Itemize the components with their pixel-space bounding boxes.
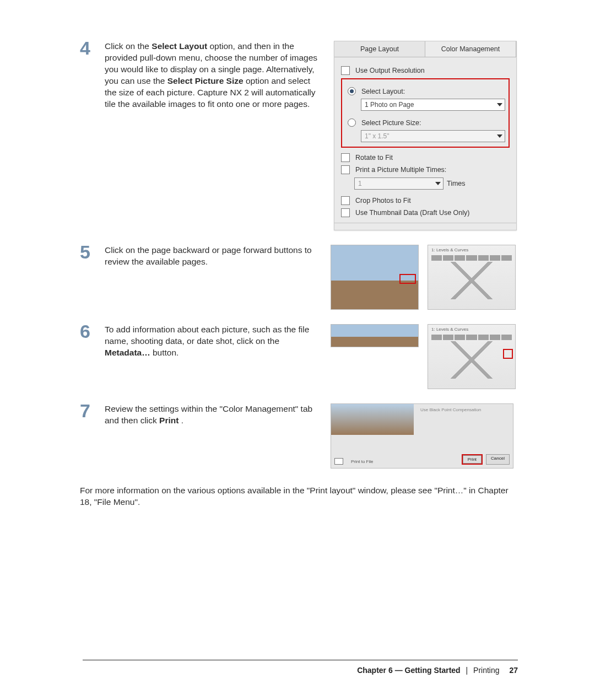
bold: Select Layout — [152, 41, 207, 51]
tab-page-layout[interactable]: Page Layout — [334, 41, 425, 57]
footer-section: Printing — [473, 666, 499, 675]
checkbox-print-multiple[interactable] — [341, 165, 350, 174]
step5-figure: 1: Levels & Curves — [331, 245, 518, 310]
photo-icon — [331, 404, 414, 435]
chevron-down-icon — [497, 103, 502, 106]
row-print-multiple: Print a Picture Multiple Times: — [341, 165, 510, 174]
cancel-button[interactable]: Cancel — [486, 454, 510, 465]
manual-page: 4 Click on the Select Layout option, and… — [0, 0, 595, 700]
step-number: 4 — [80, 39, 105, 57]
label: Print a Picture Multiple Times: — [355, 166, 446, 174]
step-7: 7 Review the settings within the "Color … — [80, 403, 518, 469]
checkbox-use-output-resolution[interactable] — [341, 66, 350, 75]
panel-body: Use Output Resolution Select Layout: 1 P… — [334, 57, 516, 230]
screenshot-thumbnail-preview — [331, 324, 419, 347]
row-use-thumbnail: Use Thumbnail Data (Draft Use Only) — [341, 208, 510, 217]
label: Crop Photos to Fit — [355, 197, 411, 204]
page-layout-panel: Page Layout Color Management Use Output … — [334, 41, 517, 230]
text: To add information about each picture, s… — [105, 325, 309, 346]
curve-icon — [431, 262, 512, 299]
panel-caption: 1: Levels & Curves — [431, 247, 468, 252]
tab-color-management[interactable]: Color Management — [425, 41, 516, 57]
step4-figure: Page Layout Color Management Use Output … — [331, 41, 518, 230]
page-footer: Chapter 6 — Getting Started | Printing 2… — [357, 666, 518, 675]
label: Times — [447, 180, 466, 187]
label: Print to File — [351, 459, 373, 464]
label: Select Picture Size: — [361, 119, 421, 127]
highlight-white-point — [503, 349, 513, 359]
checkbox-rotate-to-fit[interactable] — [341, 153, 350, 162]
panel-caption: 1: Levels & Curves — [431, 327, 468, 332]
footer-chapter: Chapter 6 — Getting Started — [357, 666, 460, 675]
step-text: Click on the page backward or page forwa… — [105, 245, 320, 268]
row-use-output-resolution: Use Output Resolution — [341, 66, 510, 75]
step-number: 6 — [80, 322, 105, 341]
closing-paragraph: For more information on the various opti… — [80, 485, 515, 508]
label: Rotate to Fit — [355, 154, 393, 161]
radio-select-layout[interactable] — [348, 87, 356, 95]
screenshot-levels-curves: 1: Levels & Curves — [428, 245, 516, 310]
screenshot-levels-curves: 1: Levels & Curves — [428, 324, 516, 389]
step-5: 5 Click on the page backward or page for… — [80, 245, 518, 310]
dropdown-times[interactable]: 1 — [354, 177, 443, 190]
step-4: 4 Click on the Select Layout option, and… — [80, 41, 518, 230]
dialog-buttons: Print Cancel — [462, 454, 510, 465]
dropdown-value: 1 — [358, 180, 362, 187]
label: Use Output Resolution — [355, 67, 425, 74]
panel-tabs: Page Layout Color Management — [334, 41, 516, 57]
content-area: 4 Click on the Select Layout option, and… — [0, 0, 595, 508]
row-print-to-file: Print to File — [334, 458, 373, 465]
dropdown-select-picture-size[interactable]: 1" x 1.5" — [361, 130, 505, 142]
row-select-layout: Select Layout: — [348, 87, 503, 95]
screenshot-thumbnail-preview — [331, 245, 419, 310]
text: button. — [153, 348, 178, 357]
footer-rule — [83, 660, 518, 660]
row-crop-to-fit: Crop Photos to Fit — [341, 196, 510, 205]
step-text: Click on the Select Layout option, and t… — [105, 41, 320, 110]
checkbox-use-thumbnail[interactable] — [341, 208, 350, 217]
step-number: 7 — [80, 401, 105, 420]
footer-page-number: 27 — [509, 666, 518, 675]
bold: Metadata… — [105, 348, 150, 357]
bold: Print — [159, 416, 178, 425]
divider — [334, 223, 516, 223]
chevron-down-icon — [435, 182, 441, 185]
checkbox-crop-to-fit[interactable] — [341, 196, 350, 205]
text: Review the settings within the "Color Ma… — [105, 404, 312, 425]
step-6: 6 To add information about each picture,… — [80, 324, 518, 389]
row-select-picture-size: Select Picture Size: — [348, 119, 503, 127]
text: . — [181, 416, 183, 425]
step-text: Review the settings within the "Color Ma… — [105, 403, 320, 427]
footer-divider: | — [466, 666, 468, 675]
chevron-down-icon — [497, 134, 502, 138]
label: Use Thumbnail Data (Draft Use Only) — [355, 209, 469, 217]
step7-figure: Use Black Point Compensation Print to Fi… — [331, 403, 518, 469]
step-number: 5 — [80, 243, 105, 261]
dropdown-value: 1" x 1.5" — [365, 132, 390, 140]
highlight-select-options: Select Layout: 1 Photo on Page Select Pi… — [341, 78, 510, 148]
highlight-page-nav — [399, 274, 416, 284]
step-text: To add information about each picture, s… — [105, 324, 320, 359]
label: Select Layout: — [361, 88, 405, 95]
curve-icon — [431, 341, 512, 379]
dropdown-select-layout[interactable]: 1 Photo on Page — [361, 99, 505, 111]
dropdown-value: 1 Photo on Page — [365, 101, 414, 109]
row-times: 1 Times — [354, 177, 510, 190]
radio-select-picture-size[interactable] — [348, 119, 356, 127]
highlight-print-button: Print — [462, 454, 483, 465]
label: Use Black Point Compensation — [420, 407, 481, 412]
row-rotate-to-fit: Rotate to Fit — [341, 153, 510, 162]
text: Click on the — [105, 41, 152, 51]
print-button[interactable]: Print — [463, 455, 482, 464]
checkbox-print-to-file[interactable] — [334, 458, 343, 465]
bold: Select Picture Size — [167, 76, 244, 85]
step6-figure: 1: Levels & Curves — [331, 324, 518, 389]
screenshot-print-dialog: Use Black Point Compensation Print to Fi… — [331, 403, 513, 469]
